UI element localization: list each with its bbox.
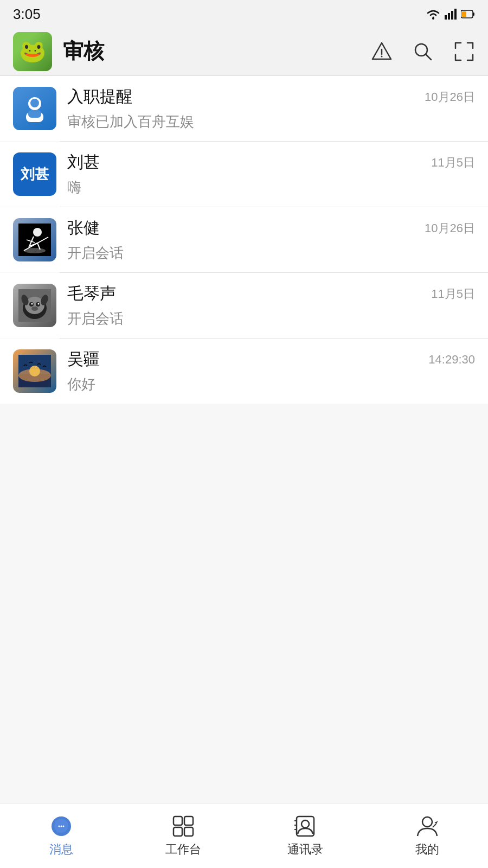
chat-preview-ruzhi: 审核已加入百舟互娱 bbox=[67, 112, 475, 131]
svg-line-11 bbox=[426, 54, 431, 60]
wifi-icon bbox=[426, 9, 440, 20]
onboarding-icon bbox=[23, 95, 47, 122]
chat-name-zhang-jian: 张健 bbox=[67, 217, 100, 239]
signal-icon bbox=[445, 9, 457, 20]
svg-rect-7 bbox=[462, 11, 466, 17]
status-icons bbox=[426, 9, 475, 20]
svg-point-28 bbox=[38, 303, 40, 305]
chat-list: 入职提醒 10月26日 审核已加入百舟互娱 刘甚 刘甚 11月5日 嗨 bbox=[0, 76, 488, 803]
nav-label-contacts: 通讯录 bbox=[287, 841, 323, 858]
svg-rect-42 bbox=[184, 816, 193, 825]
chat-avatar-ruzhi bbox=[13, 87, 56, 130]
svg-point-50 bbox=[422, 817, 432, 827]
battery-icon bbox=[461, 9, 475, 19]
chat-content-liu-mei: 刘甚 11月5日 嗨 bbox=[67, 151, 475, 197]
chat-name-ruzhi: 入职提醒 bbox=[67, 86, 132, 108]
chat-item-zhang-jian[interactable]: 张健 10月26日 开启会话 bbox=[0, 207, 488, 272]
chat-content-zhang-jian: 张健 10月26日 开启会话 bbox=[67, 217, 475, 263]
header-title: 审核 bbox=[63, 37, 371, 65]
nav-item-workspace[interactable]: 工作台 bbox=[122, 814, 244, 858]
chat-time-zhang-jian: 10月26日 bbox=[425, 220, 475, 237]
svg-line-51 bbox=[433, 824, 436, 827]
bottom-nav: 消息 工作台 通讯录 我的 bbox=[0, 803, 488, 868]
svg-rect-3 bbox=[451, 11, 453, 20]
svg-rect-1 bbox=[445, 15, 447, 20]
status-time: 3:05 bbox=[13, 6, 41, 23]
svg-point-0 bbox=[432, 17, 434, 20]
wu-jiang-avatar-img bbox=[18, 355, 51, 387]
svg-rect-41 bbox=[174, 816, 182, 825]
chat-item-wu-jiang[interactable]: 吴疆 14:29:30 你好 bbox=[0, 339, 488, 404]
chat-avatar-liu-mei: 刘甚 bbox=[13, 152, 56, 196]
header-avatar: 🐸 bbox=[13, 32, 52, 71]
chat-time-wu-jiang: 14:29:30 bbox=[428, 353, 475, 367]
chat-item-liu-mei[interactable]: 刘甚 刘甚 11月5日 嗨 bbox=[0, 142, 488, 207]
alert-icon[interactable] bbox=[371, 41, 393, 62]
svg-rect-4 bbox=[454, 9, 457, 20]
chat-avatar-text-liu-mei: 刘甚 bbox=[21, 165, 49, 184]
chat-preview-zhang-jian: 开启会话 bbox=[67, 244, 475, 263]
chat-time-liu-mei: 11月5日 bbox=[431, 155, 475, 171]
status-bar: 3:05 bbox=[0, 0, 488, 27]
chat-avatar-wu-jiang bbox=[13, 349, 56, 393]
svg-point-20 bbox=[24, 248, 46, 253]
svg-point-27 bbox=[31, 303, 33, 305]
svg-rect-44 bbox=[184, 827, 193, 836]
chat-name-mao-qin: 毛琴声 bbox=[67, 283, 116, 305]
svg-rect-43 bbox=[174, 827, 182, 836]
svg-rect-6 bbox=[473, 12, 474, 16]
svg-point-39 bbox=[60, 825, 62, 827]
chat-preview-wu-jiang: 你好 bbox=[67, 375, 475, 394]
chat-item-mao-qin[interactable]: 毛琴声 11月5日 开启会话 bbox=[0, 273, 488, 338]
svg-rect-15 bbox=[28, 110, 41, 118]
contacts-nav-icon bbox=[293, 814, 317, 838]
svg-point-14 bbox=[30, 99, 39, 107]
chat-time-mao-qin: 11月5日 bbox=[431, 286, 475, 302]
chat-name-liu-mei: 刘甚 bbox=[67, 151, 100, 174]
chat-name-wu-jiang: 吴疆 bbox=[67, 348, 100, 371]
svg-point-40 bbox=[62, 825, 64, 827]
svg-point-38 bbox=[58, 825, 60, 827]
nav-item-mine[interactable]: 我的 bbox=[366, 814, 488, 858]
chat-content-mao-qin: 毛琴声 11月5日 开启会话 bbox=[67, 283, 475, 328]
svg-point-17 bbox=[33, 228, 42, 237]
chat-preview-mao-qin: 开启会话 bbox=[67, 309, 475, 328]
nav-label-mine: 我的 bbox=[415, 841, 439, 858]
nav-label-workspace: 工作台 bbox=[165, 841, 201, 858]
header-actions bbox=[371, 41, 475, 62]
nav-item-contacts[interactable]: 通讯录 bbox=[244, 814, 366, 858]
chat-preview-liu-mei: 嗨 bbox=[67, 178, 475, 197]
svg-point-34 bbox=[29, 366, 40, 376]
svg-rect-45 bbox=[297, 816, 314, 836]
chat-avatar-zhang-jian bbox=[13, 218, 56, 261]
mine-nav-icon bbox=[415, 814, 439, 838]
svg-point-9 bbox=[381, 55, 383, 57]
chat-time-ruzhi: 10月26日 bbox=[425, 89, 475, 105]
mao-qin-avatar-img bbox=[18, 289, 51, 322]
chat-item-ruzhi[interactable]: 入职提醒 10月26日 审核已加入百舟互娱 bbox=[0, 76, 488, 141]
nav-label-messages: 消息 bbox=[49, 841, 73, 858]
chat-content-ruzhi: 入职提醒 10月26日 审核已加入百舟互娱 bbox=[67, 86, 475, 131]
scan-icon[interactable] bbox=[453, 41, 475, 62]
header: 🐸 审核 bbox=[0, 27, 488, 76]
messages-nav-icon bbox=[49, 814, 73, 838]
search-icon[interactable] bbox=[412, 41, 434, 62]
nav-item-messages[interactable]: 消息 bbox=[0, 814, 122, 858]
svg-rect-2 bbox=[448, 13, 450, 20]
chat-content-wu-jiang: 吴疆 14:29:30 你好 bbox=[67, 348, 475, 394]
workspace-nav-icon bbox=[171, 814, 195, 838]
svg-point-46 bbox=[301, 820, 309, 828]
chat-avatar-mao-qin bbox=[13, 284, 56, 327]
zhang-jian-avatar-img bbox=[18, 224, 51, 256]
svg-point-26 bbox=[31, 307, 38, 311]
